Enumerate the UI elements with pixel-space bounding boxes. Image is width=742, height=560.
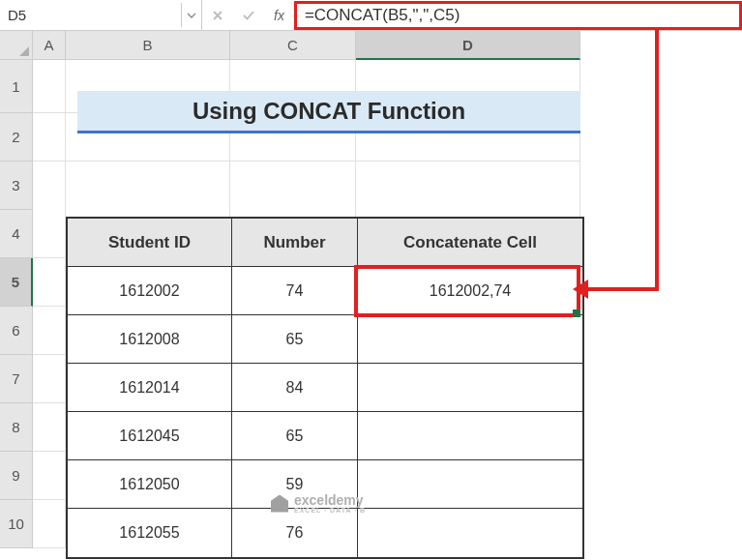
formula-input[interactable] <box>294 1 742 30</box>
confirm-icon[interactable] <box>233 0 264 30</box>
row-header-6[interactable]: 6 <box>0 307 33 355</box>
cell-student-id[interactable]: 1612055 <box>68 509 232 557</box>
cell-a6[interactable] <box>33 307 66 355</box>
arrow-head-icon <box>573 280 588 299</box>
table-row: 1612055 76 <box>68 509 582 557</box>
page-title: Using CONCAT Function <box>77 91 580 133</box>
table-header-row: Student ID Number Concatenate Cell <box>68 219 582 267</box>
chevron-down-icon[interactable] <box>182 0 202 30</box>
row-header-8[interactable]: 8 <box>0 403 33 452</box>
cell-student-id[interactable]: 1612008 <box>68 315 232 364</box>
formula-bar: fx <box>0 0 742 31</box>
col-header-d[interactable]: D <box>356 31 580 60</box>
cell-a10[interactable] <box>33 500 66 548</box>
cell-a1[interactable] <box>33 60 66 113</box>
cell-a9[interactable] <box>33 452 66 500</box>
row-header-7[interactable]: 7 <box>0 355 33 403</box>
row-header-3[interactable]: 3 <box>0 162 33 210</box>
cell-number[interactable]: 65 <box>232 412 358 460</box>
col-header-a[interactable]: A <box>33 31 66 60</box>
cell-a3[interactable] <box>33 162 66 210</box>
row-header-5[interactable]: 5 <box>0 258 33 307</box>
cell-a7[interactable] <box>33 355 66 403</box>
table-row: 1612014 84 <box>68 364 582 412</box>
table-row: 1612002 74 1612002,74 <box>68 267 582 315</box>
col-header-b[interactable]: B <box>66 31 230 60</box>
cell-b3[interactable] <box>66 162 230 210</box>
cell-a2[interactable] <box>33 113 66 162</box>
cell-concat[interactable] <box>358 364 582 412</box>
col-header-c[interactable]: C <box>230 31 356 60</box>
cell-c3[interactable] <box>230 162 356 210</box>
cell-concat[interactable] <box>358 412 582 460</box>
row-header-2[interactable]: 2 <box>0 113 33 162</box>
cell-d3[interactable] <box>356 162 580 210</box>
watermark-sub: EXCEL · DATA · B <box>294 507 366 514</box>
cell-number[interactable]: 65 <box>232 315 358 364</box>
cell-number[interactable]: 76 <box>232 509 358 557</box>
table-row: 1612008 65 <box>68 315 582 364</box>
column-headers-row: A B C D <box>0 31 742 60</box>
row-header-1[interactable]: 1 <box>0 60 33 113</box>
row-header-10[interactable]: 10 <box>0 500 33 548</box>
cell-student-id[interactable]: 1612045 <box>68 412 232 460</box>
name-box[interactable] <box>0 3 182 27</box>
header-student-id: Student ID <box>68 219 232 267</box>
row-header-9[interactable]: 9 <box>0 452 33 500</box>
select-all-corner[interactable] <box>0 31 33 60</box>
cell-student-id[interactable]: 1612014 <box>68 364 232 412</box>
cell-concat[interactable]: 1612002,74 <box>358 267 582 315</box>
cell-a5[interactable] <box>33 258 66 307</box>
cell-concat[interactable] <box>358 315 582 364</box>
cancel-icon[interactable] <box>202 0 233 30</box>
fx-icon[interactable]: fx <box>264 8 294 23</box>
watermark: exceldemy EXCEL · DATA · B <box>271 493 366 514</box>
watermark-brand: exceldemy <box>294 493 366 507</box>
cell-student-id[interactable]: 1612002 <box>68 267 232 315</box>
cell-concat[interactable] <box>358 509 582 557</box>
cell-student-id[interactable]: 1612050 <box>68 460 232 509</box>
cell-number[interactable]: 84 <box>232 364 358 412</box>
header-concat: Concatenate Cell <box>358 219 582 267</box>
header-number: Number <box>232 219 358 267</box>
watermark-logo-icon <box>271 495 288 513</box>
table-row: 1612045 65 <box>68 412 582 460</box>
cell-number[interactable]: 74 <box>232 267 358 315</box>
cell-concat[interactable] <box>358 460 582 509</box>
cell-a4[interactable] <box>33 210 66 258</box>
cell-a8[interactable] <box>33 403 66 452</box>
row-header-4[interactable]: 4 <box>0 210 33 258</box>
